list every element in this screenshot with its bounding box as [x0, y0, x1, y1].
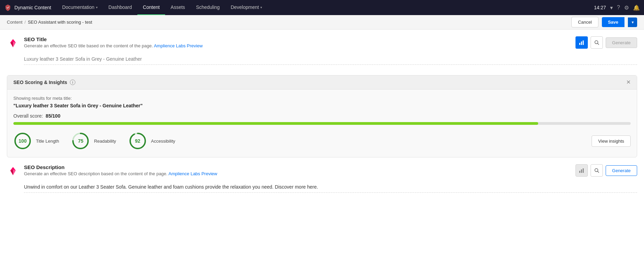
breadcrumb-separator: / — [25, 20, 26, 25]
search-button[interactable] — [591, 36, 603, 49]
breadcrumb-current: SEO Assistant with scoring - test — [28, 20, 92, 25]
notifications-icon[interactable]: 🔔 — [633, 4, 640, 11]
readability-label: Readability — [94, 139, 116, 144]
help-icon[interactable]: ? — [617, 4, 620, 11]
progress-bar-fill — [13, 122, 538, 125]
svg-rect-2 — [583, 40, 584, 45]
seo-description-input-row — [24, 181, 637, 193]
seo-title-input[interactable] — [24, 53, 637, 65]
info-icon[interactable]: i — [70, 80, 75, 85]
overall-score-value: 85/100 — [46, 113, 60, 119]
seo-title-input-row — [24, 53, 637, 65]
chevron-down-icon: ▾ — [260, 5, 262, 9]
app-logo[interactable]: Dynamic Content — [4, 4, 51, 11]
chevron-down-icon[interactable]: ▾ — [610, 4, 613, 11]
save-chevron-button[interactable]: ▾ — [628, 17, 637, 27]
svg-line-15 — [597, 171, 599, 173]
chevron-down-icon: ▾ — [96, 5, 98, 9]
title-length-label: Title Length — [36, 139, 59, 144]
breadcrumb-actions: Cancel Save ▾ — [571, 17, 637, 27]
seo-scoring-header: SEO Scoring & Insights i ✕ — [7, 75, 637, 90]
breadcrumb-root[interactable]: Content — [7, 20, 23, 25]
main-content: SEO Title Generate an effective SEO titl… — [0, 29, 644, 210]
top-nav: Dynamic Content Documentation ▾ Dashboar… — [0, 0, 644, 15]
metrics-row: 100 Title Length 75 Readability — [13, 132, 631, 150]
meta-title-display: "Luxury leather 3 Seater Sofa in Grey - … — [13, 103, 631, 108]
search-icon-desc — [594, 168, 599, 173]
nav-item-development[interactable]: Development ▾ — [225, 0, 268, 15]
svg-line-4 — [597, 44, 599, 45]
readability-score: 75 — [78, 138, 84, 144]
nav-time: 14:27 — [594, 5, 606, 10]
seo-description-desc: Generate an effective SEO description ba… — [24, 171, 571, 176]
amplience-labs-icon — [7, 37, 19, 49]
seo-description-input[interactable] — [24, 181, 637, 193]
progress-bar — [13, 122, 631, 125]
nav-items: Documentation ▾ Dashboard Content Assets… — [57, 0, 594, 15]
title-length-circle: 100 — [13, 132, 32, 150]
svg-rect-11 — [579, 171, 580, 173]
breadcrumb: Content / SEO Assistant with scoring - t… — [7, 20, 92, 25]
accessibility-circle: 92 — [128, 132, 147, 150]
search-icon — [594, 40, 599, 45]
overall-score-row: Overall score: 85/100 — [13, 113, 631, 119]
seo-title-label: SEO Title — [24, 36, 571, 42]
seo-scoring-panel: SEO Scoring & Insights i ✕ Showing resul… — [7, 75, 637, 157]
accessibility-label: Accessibility — [151, 139, 175, 144]
app-name: Dynamic Content — [14, 5, 51, 10]
svg-rect-1 — [581, 41, 582, 45]
seo-title-header: SEO Title Generate an effective SEO titl… — [7, 36, 637, 49]
metric-readability: 75 Readability — [71, 132, 116, 150]
accessibility-score: 92 — [135, 138, 140, 144]
settings-icon[interactable]: ⚙ — [624, 4, 629, 11]
seo-title-actions: Generate — [575, 36, 637, 49]
nav-item-scheduling[interactable]: Scheduling — [190, 0, 225, 15]
amplience-labs-link[interactable]: Amplience Labs Preview — [154, 43, 202, 48]
nav-item-documentation[interactable]: Documentation ▾ — [57, 0, 103, 15]
chart-icon — [579, 39, 585, 46]
seo-title-desc: Generate an effective SEO title based on… — [24, 43, 571, 48]
nav-right: 14:27 ▾ ? ⚙ 🔔 — [594, 4, 640, 11]
chart-icon-desc — [579, 167, 585, 174]
seo-title-section: SEO Title Generate an effective SEO titl… — [7, 36, 637, 65]
generate-button-desc[interactable]: Generate — [606, 165, 637, 176]
seo-description-actions: Generate — [575, 164, 637, 177]
showing-results-label: Showing results for meta title: — [13, 96, 631, 101]
seo-scoring-title: SEO Scoring & Insights i — [13, 80, 75, 85]
seo-title-info: SEO Title Generate an effective SEO titl… — [24, 36, 571, 48]
seo-description-section: SEO Description Generate an effective SE… — [7, 164, 637, 193]
cancel-button[interactable]: Cancel — [571, 17, 598, 27]
nav-item-assets[interactable]: Assets — [165, 0, 190, 15]
readability-circle: 75 — [71, 132, 90, 150]
seo-scoring-body: Showing results for meta title: "Luxury … — [7, 90, 637, 157]
metric-accessibility: 92 Accessibility — [128, 132, 175, 150]
seo-description-info: SEO Description Generate an effective SE… — [24, 164, 571, 176]
seo-description-label: SEO Description — [24, 164, 571, 170]
svg-rect-0 — [579, 43, 580, 45]
amplience-labs-icon-desc — [7, 165, 19, 177]
logo-icon — [4, 4, 12, 11]
chart-button[interactable] — [575, 36, 588, 49]
svg-rect-13 — [583, 168, 584, 173]
chart-button-desc[interactable] — [575, 164, 588, 177]
nav-item-content[interactable]: Content — [137, 0, 165, 15]
seo-description-header: SEO Description Generate an effective SE… — [7, 164, 637, 177]
breadcrumb-bar: Content / SEO Assistant with scoring - t… — [0, 15, 644, 29]
save-button[interactable]: Save — [602, 17, 624, 27]
title-length-score: 100 — [18, 138, 26, 144]
close-button[interactable]: ✕ — [626, 80, 631, 85]
search-button-desc[interactable] — [591, 164, 603, 177]
metric-title-length: 100 Title Length — [13, 132, 59, 150]
generate-button-title[interactable]: Generate — [606, 37, 637, 48]
amplience-labs-link-desc[interactable]: Amplience Labs Preview — [169, 171, 217, 176]
view-insights-button[interactable]: View insights — [592, 135, 631, 147]
nav-item-dashboard[interactable]: Dashboard — [103, 0, 138, 15]
svg-rect-12 — [581, 169, 582, 173]
